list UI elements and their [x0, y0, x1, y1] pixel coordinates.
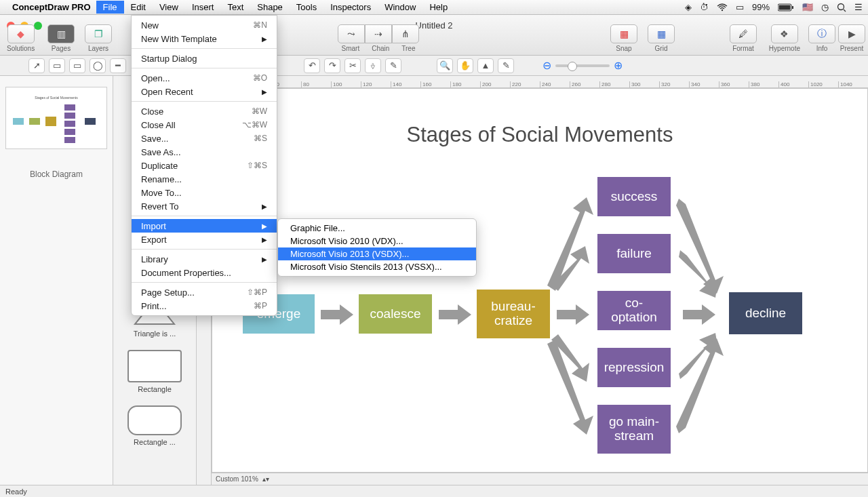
search-icon[interactable]: [837, 3, 846, 12]
menu-item-import[interactable]: Import▶: [132, 219, 277, 233]
node-cooptation[interactable]: co- optation: [597, 291, 671, 330]
menu-item-rename-[interactable]: Rename...: [132, 172, 277, 186]
menu-item-new-with-template[interactable]: New With Template▶: [132, 32, 277, 45]
menu-window[interactable]: Window: [378, 1, 422, 14]
shape-rounded-rect[interactable]: Rectangle ...: [114, 405, 195, 446]
menu-item-move-to-[interactable]: Move To...: [132, 186, 277, 199]
chain-button[interactable]: ⇢: [365, 24, 392, 43]
zoom-out-icon[interactable]: ⊖: [542, 59, 551, 72]
submenu-item[interactable]: Graphic File...: [278, 222, 476, 235]
text-tool[interactable]: ▭: [49, 58, 65, 73]
airplay-icon[interactable]: ▭: [736, 2, 744, 12]
zoom-in-icon[interactable]: ⊕: [614, 59, 623, 72]
menu-inspectors[interactable]: Inspectors: [323, 1, 378, 14]
arrow-icon: [683, 304, 715, 325]
node-mainstream[interactable]: go main- stream: [597, 405, 671, 454]
node-coalesce[interactable]: coalesce: [359, 294, 432, 334]
menu-item-open-recent[interactable]: Open Recent▶: [132, 85, 277, 98]
svg-rect-3: [792, 6, 793, 9]
menu-item-new[interactable]: New⌘N: [132, 18, 277, 32]
submenu-item[interactable]: Microsoft Visio Stencils 2013 (VSSX)...: [278, 260, 476, 273]
list-icon[interactable]: ☰: [854, 2, 863, 12]
menu-item-save-as-[interactable]: Save As...: [132, 145, 277, 159]
hypernote-button[interactable]: ❖: [771, 24, 798, 43]
window-toolbar: Untitled 2 ◆Solutions ▥Pages ❐Layers ⤳ ⇢…: [0, 15, 868, 56]
rrect-label: Rectangle ...: [134, 438, 176, 446]
ellipse-tool[interactable]: ◯: [90, 58, 106, 73]
zoom-slider[interactable]: [555, 64, 610, 67]
menu-shape[interactable]: Shape: [250, 1, 290, 14]
clock-icon[interactable]: ⏱: [700, 2, 709, 12]
battery-icon[interactable]: [778, 3, 794, 12]
page-thumbnail[interactable]: Stages of Social Movements: [5, 87, 107, 149]
solutions-button[interactable]: ◆: [7, 24, 35, 43]
menu-item-page-setup-[interactable]: Page Setup...⇧⌘P: [132, 285, 277, 299]
menu-view[interactable]: View: [153, 1, 185, 14]
hand-tool[interactable]: ✋: [457, 58, 473, 73]
brush-tool[interactable]: ✎: [385, 58, 401, 73]
undo-tool[interactable]: ↶: [304, 58, 320, 73]
menu-insert[interactable]: Insert: [185, 1, 221, 14]
menu-help[interactable]: Help: [422, 1, 454, 14]
node-success[interactable]: success: [597, 177, 671, 216]
arrow-icon: [557, 304, 589, 325]
menu-item-close[interactable]: Close⌘W: [132, 104, 277, 118]
format-button[interactable]: 🖉: [730, 24, 757, 43]
smart-button[interactable]: ⤳: [338, 24, 365, 43]
line-tool[interactable]: ━: [110, 58, 126, 73]
submenu-item[interactable]: Microsoft Visio 2013 (VSDX)...: [278, 247, 476, 260]
node-bureaucratize[interactable]: bureau- cratize: [477, 290, 550, 338]
menu-item-library[interactable]: Library▶: [132, 252, 277, 266]
menu-item-print-[interactable]: Print...⌘P: [132, 299, 277, 313]
menu-item-open-[interactable]: Open...⌘O: [132, 71, 277, 85]
layers-button[interactable]: ❐: [85, 24, 112, 43]
menu-file[interactable]: File: [96, 1, 124, 14]
cut-tool[interactable]: ✂: [344, 58, 361, 73]
menu-item-save-[interactable]: Save...⌘S: [132, 132, 277, 145]
node-decline[interactable]: decline: [729, 292, 802, 334]
snap-button[interactable]: ▦: [610, 24, 637, 43]
layers-label: Layers: [88, 45, 108, 52]
tree-button[interactable]: ⋔: [392, 24, 419, 43]
pointer-tool[interactable]: ➚: [28, 58, 45, 73]
svg-rect-2: [779, 5, 791, 9]
menu-tools[interactable]: Tools: [290, 1, 323, 14]
arrow-icon: [439, 304, 471, 325]
eyedrop-tool[interactable]: ✎: [498, 58, 514, 73]
shape-rectangle[interactable]: Rectangle: [114, 350, 195, 393]
rect-tool[interactable]: ▭: [69, 58, 85, 73]
flag-icon[interactable]: 🇺🇸: [802, 2, 813, 12]
svg-marker-19: [557, 304, 589, 325]
menu-item-close-all[interactable]: Close All⌥⌘W: [132, 118, 277, 132]
info-button[interactable]: ⓘ: [808, 24, 835, 43]
node-failure[interactable]: failure: [597, 234, 671, 273]
paste-tool[interactable]: ⎀: [365, 58, 381, 73]
arrow-icon: [547, 340, 595, 435]
menu-item-revert-to[interactable]: Revert To▶: [132, 199, 277, 213]
node-repression[interactable]: repression: [597, 348, 671, 387]
submenu-item[interactable]: Microsoft Visio 2010 (VDX)...: [278, 235, 476, 247]
wifi-icon[interactable]: [717, 3, 728, 12]
stamp-tool[interactable]: ▲: [477, 58, 494, 73]
solutions-label: Solutions: [7, 45, 35, 52]
menu-item-startup-dialog[interactable]: Startup Dialog: [132, 52, 277, 65]
canvas[interactable]: Stages of Social Movements emerge coales…: [212, 88, 868, 473]
menu-text[interactable]: Text: [220, 1, 250, 14]
pages-button[interactable]: ▥: [47, 24, 75, 43]
zoom-controls[interactable]: ⊖ ⊕: [542, 59, 623, 72]
menu-item-export[interactable]: Export▶: [132, 233, 277, 246]
present-button[interactable]: ▶: [838, 24, 865, 43]
zoom-readout[interactable]: Custom 101%: [216, 475, 258, 483]
smart-label: Smart: [341, 45, 359, 52]
diamond-icon[interactable]: ◈: [685, 2, 692, 12]
arrow-icon: [676, 338, 725, 433]
redo-tool[interactable]: ↷: [324, 58, 340, 73]
menu-item-document-properties-[interactable]: Document Properties...: [132, 266, 277, 279]
status-bar: Ready: [0, 485, 868, 497]
grid-button[interactable]: ▦: [648, 24, 675, 43]
menu-item-duplicate[interactable]: Duplicate⇧⌘S: [132, 159, 277, 172]
zoom-tool[interactable]: 🔍: [437, 58, 453, 73]
menu-edit[interactable]: Edit: [124, 1, 153, 14]
tree-label: Tree: [401, 45, 415, 52]
clock2-icon[interactable]: ◷: [821, 2, 829, 12]
